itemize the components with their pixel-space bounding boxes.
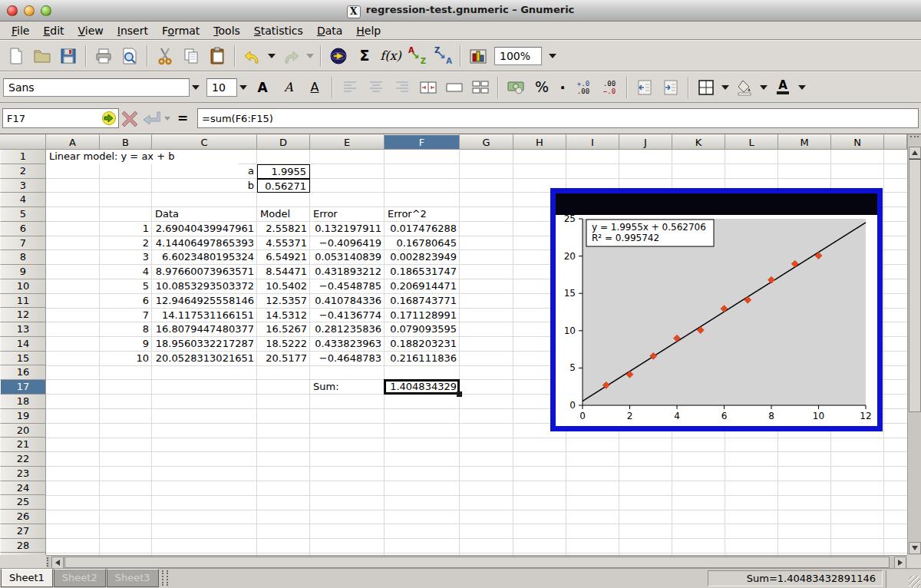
column-header-G[interactable]: G [460, 134, 513, 150]
row-header-10[interactable]: 10 [0, 279, 46, 294]
row-header-19[interactable]: 19 [0, 409, 46, 424]
row-header-20[interactable]: 20 [0, 424, 46, 438]
undo-icon[interactable] [240, 44, 265, 68]
increase-decimals-icon[interactable]: +.0.00 [571, 75, 596, 100]
cell-C8[interactable]: 6.6023480195324 [152, 250, 257, 265]
row-header-25[interactable]: 25 [0, 495, 46, 510]
font-name-combo[interactable]: Sans [3, 78, 190, 97]
row-header-26[interactable]: 26 [0, 510, 46, 524]
row-header-2[interactable]: 2 [0, 164, 46, 179]
increase-indent-icon[interactable] [659, 75, 683, 100]
window-resize-grip[interactable] [909, 576, 920, 587]
row-header-1[interactable]: 1 [0, 150, 46, 164]
cell-F15[interactable]: 0.216111836 [385, 352, 460, 366]
grid-body[interactable]: 0246810120510152025y = 1.9955x + 0.56270… [46, 150, 907, 555]
cell-C10[interactable]: 10.0853293503372 [152, 279, 257, 294]
decrease-indent-icon[interactable] [632, 75, 657, 100]
cell-E12[interactable]: −0.4136774 [310, 309, 385, 323]
cell-D13[interactable]: 16.5267 [257, 322, 310, 337]
cell-C3[interactable]: b [152, 179, 257, 193]
scroll-right-icon[interactable] [894, 557, 906, 569]
row-header-16[interactable]: 16 [0, 365, 46, 380]
print-preview-icon[interactable] [117, 44, 142, 68]
align-left-icon[interactable] [338, 75, 362, 100]
font-name-dropdown[interactable] [190, 76, 202, 99]
save-file-icon[interactable] [56, 44, 81, 68]
row-header-11[interactable]: 11 [0, 294, 46, 309]
font-size-dropdown[interactable] [237, 76, 249, 99]
cell-D10[interactable]: 10.5402 [257, 279, 310, 294]
cell-C15[interactable]: 20.0528313021651 [152, 352, 257, 366]
row-header-15[interactable]: 15 [0, 352, 46, 366]
row-header-9[interactable]: 9 [0, 265, 46, 279]
cell-C14[interactable]: 18.9560332217287 [152, 337, 257, 352]
menu-help[interactable]: Help [349, 23, 388, 38]
scroll-up-icon[interactable] [909, 147, 921, 159]
hyperlink-icon[interactable] [326, 44, 351, 68]
column-header-I[interactable]: I [566, 134, 619, 150]
chart-icon[interactable] [466, 44, 490, 68]
cell-C11[interactable]: 12.9464925558146 [152, 294, 257, 309]
row-header-22[interactable]: 22 [0, 452, 46, 467]
menu-tools[interactable]: Tools [206, 23, 247, 38]
select-all-corner[interactable] [0, 134, 46, 150]
underline-icon[interactable]: A [302, 75, 327, 100]
cell-E13[interactable]: 0.281235836 [310, 322, 385, 337]
cell-F11[interactable]: 0.168743771 [385, 294, 460, 309]
cell-D2[interactable]: 1.9955 [257, 164, 310, 179]
cell-B13[interactable]: 8 [100, 322, 152, 337]
cell-E8[interactable]: 0.053140839 [310, 250, 385, 265]
row-header-3[interactable]: 3 [0, 179, 46, 193]
cell-F7[interactable]: 0.16780645 [385, 236, 460, 251]
undo-dropdown[interactable] [266, 45, 278, 68]
cell-E5[interactable]: Error [310, 207, 385, 222]
cell-F13[interactable]: 0.079093595 [385, 322, 460, 337]
cell-D15[interactable]: 20.5177 [257, 352, 310, 366]
merge-cells-icon[interactable] [442, 75, 467, 100]
column-header-C[interactable]: C [152, 134, 257, 150]
cell-E11[interactable]: 0.410784336 [310, 294, 385, 309]
column-header-H[interactable]: H [513, 134, 566, 150]
row-header-17[interactable]: 17 [0, 380, 46, 395]
column-header-D[interactable]: D [257, 134, 310, 150]
column-header-A[interactable]: A [46, 134, 100, 150]
cut-icon[interactable] [153, 44, 177, 68]
borders-icon[interactable] [694, 75, 718, 100]
selected-cell-outline[interactable] [384, 379, 460, 395]
column-header-J[interactable]: J [619, 134, 672, 150]
font-color-dropdown[interactable] [796, 76, 808, 99]
cell-D11[interactable]: 12.5357 [257, 294, 310, 309]
align-center-icon[interactable] [364, 75, 388, 100]
cell-B8[interactable]: 3 [100, 250, 152, 265]
column-header-B[interactable]: B [100, 134, 152, 150]
cell-F9[interactable]: 0.186531747 [385, 265, 460, 279]
zoom-dropdown[interactable] [546, 45, 559, 68]
horizontal-scrollbar[interactable] [0, 555, 921, 568]
row-header-14[interactable]: 14 [0, 337, 46, 352]
row-header-21[interactable]: 21 [0, 438, 46, 452]
cell-C5[interactable]: Data [152, 207, 257, 222]
decrease-decimals-icon[interactable]: .00−.0 [597, 75, 622, 100]
cell-B10[interactable]: 5 [100, 279, 152, 294]
align-right-icon[interactable] [390, 75, 414, 100]
cell-C2[interactable]: a [152, 164, 257, 179]
sheet-tab-grip[interactable] [162, 570, 168, 586]
cell-B9[interactable]: 4 [100, 265, 152, 279]
cell-B15[interactable]: 10 [100, 352, 152, 366]
tab-sheet1[interactable]: Sheet1 [1, 569, 53, 587]
font-size-combo[interactable]: 10 [206, 78, 237, 97]
fill-color-icon[interactable] [732, 75, 757, 100]
accept-edit-icon[interactable] [140, 107, 162, 129]
row-header-18[interactable]: 18 [0, 395, 46, 409]
font-color-icon[interactable]: A [771, 75, 795, 100]
row-header-27[interactable]: 27 [0, 524, 46, 539]
copy-icon[interactable] [179, 44, 203, 68]
cell-D12[interactable]: 14.5312 [257, 309, 310, 323]
cell-C12[interactable]: 14.117531166151 [152, 309, 257, 323]
italic-icon[interactable]: A [276, 75, 301, 100]
cancel-edit-icon[interactable] [119, 107, 140, 129]
menu-view[interactable]: View [71, 23, 111, 38]
print-icon[interactable] [91, 44, 116, 68]
cell-C13[interactable]: 16.8079447480377 [152, 322, 257, 337]
paste-icon[interactable] [205, 44, 229, 68]
